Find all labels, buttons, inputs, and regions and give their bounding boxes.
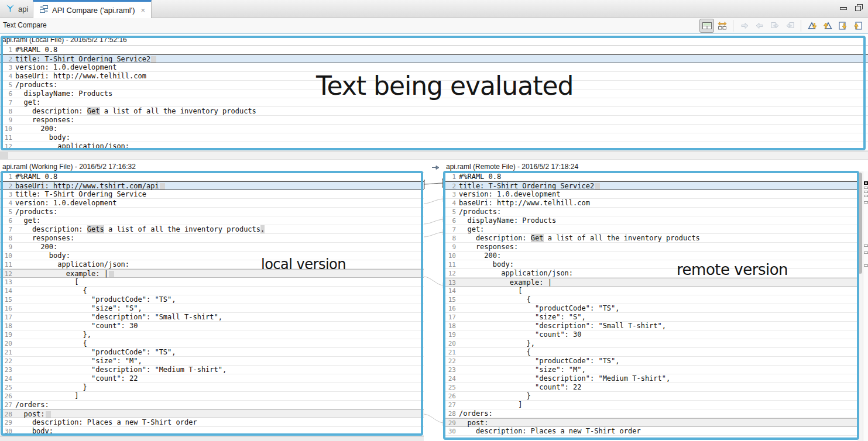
code-line[interactable]: 1#%RAML 0.8 [0, 173, 424, 181]
code-line[interactable]: 18 "description": "Small T-shirt", [444, 322, 857, 330]
code-line[interactable]: 29 description: Places a new T-Shirt ord… [0, 418, 424, 427]
tab-api[interactable]: api [0, 0, 34, 18]
diff-marker-current[interactable] [864, 181, 868, 185]
code-line[interactable]: 6 displayName: Products [444, 216, 857, 225]
scrollbar-thumb[interactable] [858, 173, 862, 274]
code-line[interactable]: 2title: T-Shirt Ordering Service2 [444, 181, 857, 190]
code-line[interactable]: 9 200: [0, 243, 424, 251]
code-line[interactable]: 7 description: Gets a list of all the in… [0, 225, 424, 234]
code-line[interactable]: 11 application/json: [0, 260, 424, 269]
code-line[interactable]: 20 }, [444, 339, 857, 348]
diff-marker[interactable] [864, 244, 868, 247]
code-line[interactable]: 10 body: [0, 251, 424, 260]
diff-marker[interactable] [864, 187, 868, 189]
remote-file-code-area[interactable]: 1#%RAML 0.82title: T-Shirt Ordering Serv… [444, 172, 857, 441]
code-line[interactable]: 4baseUri: http://www.telhill.com [444, 199, 857, 208]
code-line[interactable]: 8 description: Get a list of all the inv… [444, 234, 857, 243]
restore-icon[interactable] [855, 4, 862, 11]
code-line[interactable]: 22 "size": "M", [0, 357, 424, 366]
ancestor-code-area[interactable]: 1#%RAML 0.82title: T-Shirt Ordering Serv… [0, 45, 868, 151]
code-line[interactable]: 3version: 1.0.development [444, 190, 857, 199]
code-line[interactable]: 11 body: [0, 133, 868, 142]
code-line[interactable]: 5/products: [0, 81, 868, 89]
code-line[interactable]: 3version: 1.0.development [0, 63, 868, 72]
code-line[interactable]: 24 "description": "Medium T-shirt", [444, 374, 857, 383]
code-line[interactable]: 7 get: [444, 225, 857, 234]
code-line[interactable]: 21 "productCode": "TS", [0, 348, 424, 357]
diff-marker[interactable] [864, 195, 868, 197]
code-line[interactable]: 12 application/json: [444, 269, 857, 278]
working-file-horizontal-scrollbar[interactable] [0, 436, 424, 441]
code-line[interactable]: 16 "productCode": "TS", [444, 304, 857, 313]
code-line[interactable]: 21 { [444, 348, 857, 357]
code-line[interactable]: 26 } [444, 392, 857, 401]
code-line[interactable]: 19 "count": 30 [444, 330, 857, 339]
code-line[interactable]: 18 "count": 30 [0, 322, 424, 330]
code-line[interactable]: 28/orders: [444, 409, 857, 418]
swap-left-and-right-button[interactable] [715, 19, 729, 33]
code-line[interactable]: 4version: 1.0.development [0, 199, 424, 208]
code-line[interactable]: 17 "size": "S", [444, 313, 857, 322]
code-line[interactable]: 1#%RAML 0.8 [444, 173, 857, 181]
copy-current-change-from-left-to-right-button[interactable] [835, 19, 850, 33]
code-line[interactable]: 13 [ [0, 278, 424, 287]
code-line[interactable]: 4baseUri: http://www.telhill.com [0, 72, 868, 81]
code-line[interactable]: 20 { [0, 339, 424, 348]
code-line[interactable]: 23 "size": "M", [444, 366, 857, 374]
diff-marker[interactable] [864, 201, 868, 204]
minimize-icon[interactable] [840, 7, 847, 10]
code-line[interactable]: 23 "description": "Medium T-shirt", [0, 366, 424, 374]
copy-all-from-left-to-right-button[interactable] [805, 19, 819, 33]
code-line[interactable]: 8 responses: [0, 234, 424, 243]
code-line[interactable]: 24 "count": 22 [0, 374, 424, 383]
code-line[interactable]: 26 ] [0, 392, 424, 401]
diff-overview-ruler [863, 171, 868, 441]
code-line[interactable]: 17 "description": "Small T-shirt", [0, 313, 424, 322]
code-line[interactable]: 14 [ [444, 287, 857, 295]
code-line[interactable]: 9 responses: [0, 116, 868, 125]
diff-marker[interactable] [864, 264, 868, 267]
code-line[interactable]: 19 }, [0, 330, 424, 339]
code-line[interactable]: 8 description: Get a list of all the inv… [0, 107, 868, 116]
code-line[interactable]: 28 post: [0, 409, 424, 418]
working-file-code-area[interactable]: 1#%RAML 0.82baseUri: http://www.tshirt.c… [0, 172, 424, 436]
code-line[interactable]: 1#%RAML 0.8 [0, 46, 868, 54]
tab-api-compare[interactable]: API Compare ('api.raml') × [33, 0, 152, 18]
code-line[interactable]: 25 "count": 22 [444, 383, 857, 392]
diff-marker[interactable] [864, 251, 868, 254]
code-line[interactable]: 16 "size": "S", [0, 304, 424, 313]
code-line[interactable]: 30 description: Places a new T-Shirt ord… [444, 427, 857, 436]
code-line[interactable]: 2title: T-Shirt Ordering Service2 [0, 54, 868, 63]
close-icon[interactable]: × [141, 6, 146, 15]
code-line[interactable]: 12 example: | [0, 269, 424, 278]
ancestor-horizontal-scrollbar[interactable] [0, 151, 868, 160]
show-ancestor-pane-button[interactable] [699, 19, 714, 33]
code-line[interactable]: 5/products: [444, 208, 857, 216]
code-line[interactable]: 3title: T-Shirt Ordering Service [0, 190, 424, 199]
code-line[interactable]: 27/orders: [0, 401, 424, 409]
copy-current-change-from-right-to-left-button[interactable] [850, 19, 865, 33]
vertical-scrollbar[interactable] [857, 171, 863, 441]
copy-all-from-right-to-left-button[interactable] [820, 19, 835, 33]
code-line[interactable]: 12 application/json: [0, 142, 868, 151]
code-line[interactable]: 5/products: [0, 208, 424, 216]
code-line[interactable]: 6 displayName: Products [0, 89, 868, 98]
code-line[interactable]: 9 responses: [444, 243, 857, 251]
code-line[interactable]: 10 200: [0, 125, 868, 133]
code-line[interactable]: 15 "productCode": "TS", [0, 295, 424, 304]
code-line[interactable]: 6 get: [0, 216, 424, 225]
code-line[interactable]: 22 "productCode": "TS", [444, 357, 857, 366]
apply-change-arrow-icon[interactable] [430, 163, 441, 171]
code-line[interactable]: 10 200: [444, 251, 857, 260]
code-line[interactable]: 27 ] [444, 401, 857, 409]
code-line[interactable]: 15 { [444, 295, 857, 304]
diff-marker[interactable] [864, 191, 868, 193]
code-line[interactable]: 11 body: [444, 260, 857, 269]
code-line[interactable]: 30 body: [0, 427, 424, 436]
code-line[interactable]: 29 post: [444, 418, 857, 427]
code-line[interactable]: 7 get: [0, 98, 868, 107]
code-line[interactable]: 14 { [0, 287, 424, 295]
code-line[interactable]: 13 example: | [444, 278, 857, 287]
code-line[interactable]: 25 } [0, 383, 424, 392]
code-line[interactable]: 2baseUri: http://www.tshirt.com/api [0, 181, 424, 190]
